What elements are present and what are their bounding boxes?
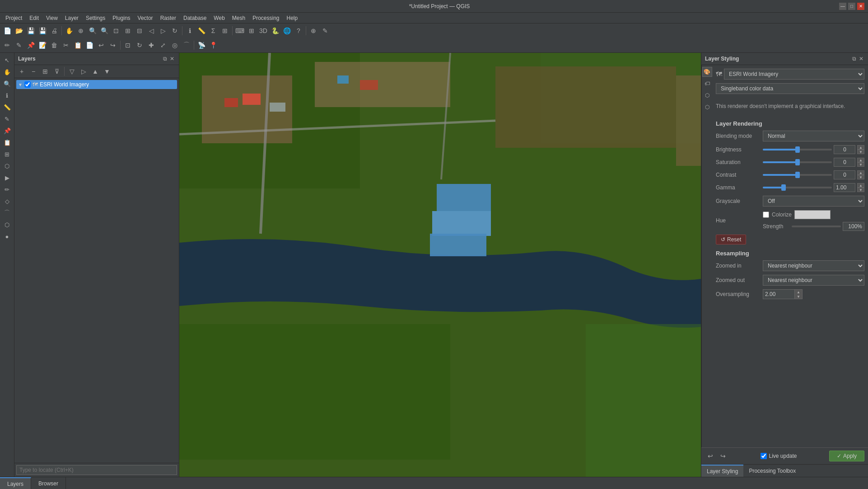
saturation-spin-down[interactable]: ▼ [857,162,864,167]
offset-btn[interactable]: ⤢ [158,40,168,51]
gps-btn[interactable]: 📡 [196,40,207,51]
layer-checkbox[interactable] [24,81,31,88]
cut-btn[interactable]: ✂ [61,40,71,51]
brightness-slider[interactable] [763,149,832,150]
save-as-button[interactable]: 💾 [37,25,48,36]
layer-styling-close-button[interactable]: ✕ [858,55,864,63]
left-tool-line[interactable]: ⌒ [2,207,13,218]
style-mask-icon[interactable]: ⬡ [702,90,712,100]
strength-slider[interactable] [792,226,841,227]
menu-layer[interactable]: Layer [61,14,82,22]
layers-close-button[interactable]: ✕ [169,55,175,63]
undo-btn[interactable]: ↩ [96,40,107,51]
menu-settings[interactable]: Settings [82,14,109,22]
left-tool-annotation[interactable]: ✎ [2,113,13,124]
expand-all-button[interactable]: ▽ [66,66,77,77]
saturation-slider[interactable] [763,161,832,163]
annotation-btn[interactable]: 📍 [208,40,219,51]
saturation-thumb[interactable] [795,159,800,165]
minimize-button[interactable]: — [839,3,846,10]
menu-project[interactable]: Project [2,14,26,22]
stats-button[interactable]: Σ [208,25,219,36]
layer-item[interactable]: ▼ 🗺 ESRI World Imagery [16,80,177,89]
saturation-input[interactable] [834,158,855,167]
collapse-all-button[interactable]: ▷ [78,66,89,77]
qgis-btn-extra2[interactable]: ✎ [320,25,331,36]
apply-button[interactable]: ✓ Apply [829,451,864,461]
menu-help[interactable]: Help [283,14,302,22]
filter-layer-button[interactable]: ⊽ [51,66,62,77]
contrast-slider[interactable] [763,174,832,176]
tab-browser[interactable]: Browser [31,477,66,489]
tab-processing-toolbox[interactable]: Processing Toolbox [743,465,801,477]
map-area[interactable] [179,53,701,477]
layer-selector-dropdown[interactable]: ESRI World Imagery [724,69,864,80]
oversampling-spin-down[interactable]: ▼ [795,294,802,299]
brightness-spin-up[interactable]: ▲ [857,145,864,150]
brightness-spin-down[interactable]: ▼ [857,150,864,154]
zoom-full-button[interactable]: ⊡ [111,25,121,36]
renderer-type-dropdown[interactable]: Singleband color data [716,83,864,94]
contrast-input[interactable] [834,170,855,179]
edit-btn[interactable]: ✎ [14,40,24,51]
left-tool-zoom[interactable]: 🔍 [2,78,13,89]
zoom-in-button[interactable]: 🔍 [87,25,98,36]
left-tool-3d[interactable]: ⬡ [2,160,13,171]
open-attr-button[interactable]: ⊞ [40,66,51,77]
style-label-icon[interactable]: 🏷 [702,79,712,89]
copy-feat-btn[interactable]: 📋 [72,40,83,51]
layer-expand-icon[interactable]: ▼ [18,82,23,87]
undo-style-button[interactable]: ↩ [705,451,716,461]
move-up-button[interactable]: ▲ [90,66,101,77]
digitize-btn[interactable]: ✏ [2,40,13,51]
move-down-button[interactable]: ▼ [102,66,112,77]
menu-mesh[interactable]: Mesh [229,14,249,22]
qgis-btn-extra1[interactable]: ⊕ [308,25,319,36]
zoomed-out-select[interactable]: Nearest neighbour Bilinear Cubic [763,275,864,286]
refresh-button[interactable]: ↻ [169,25,180,36]
style-3d-icon[interactable]: ⬡ [702,102,712,112]
new-project-button[interactable]: 📄 [2,25,13,36]
del-btn[interactable]: 🗑 [49,40,60,51]
locate-input[interactable] [16,465,177,475]
left-tool-digitize[interactable]: ✏ [2,184,13,195]
field-calc-button[interactable]: ⌨ [234,25,245,36]
live-update-checkbox[interactable] [761,453,767,459]
print-button[interactable]: 🖨 [49,25,60,36]
zoom-layer-button[interactable]: ⊟ [134,25,145,36]
left-tool-vertex[interactable]: ◇ [2,196,13,207]
grayscale-select[interactable]: Off By lightness By luminosity By averag… [763,196,864,207]
strength-input[interactable] [843,222,864,231]
contrast-thumb[interactable] [795,172,800,178]
open-project-button[interactable]: 📂 [14,25,24,36]
menu-web[interactable]: Web [210,14,228,22]
rotate-btn[interactable]: ↻ [134,40,145,51]
measure-button[interactable]: 📏 [196,25,207,36]
brightness-thumb[interactable] [795,146,800,153]
left-tool-form[interactable]: 📋 [2,137,13,148]
save-project-button[interactable]: 💾 [25,25,36,36]
layers-float-button[interactable]: ⧉ [162,55,168,63]
left-tool-point[interactable]: ● [2,231,13,242]
colorize-checkbox[interactable] [763,212,769,218]
menu-database[interactable]: Database [180,14,210,22]
oversampling-input[interactable] [763,289,794,299]
gamma-input[interactable] [834,183,855,192]
paste-feat-btn[interactable]: 📄 [84,40,95,51]
tab-layers[interactable]: Layers [0,477,31,489]
gamma-thumb[interactable] [781,184,786,191]
zoom-last-button[interactable]: ◁ [146,25,157,36]
left-tool-run[interactable]: ▶ [2,172,13,183]
zoomed-in-select[interactable]: Nearest neighbour Bilinear Cubic [763,260,864,271]
zoom-out-button[interactable]: 🔍 [99,25,110,36]
reshape-btn[interactable]: ⌒ [181,40,192,51]
layer-styling-float-button[interactable]: ⧉ [851,55,857,63]
left-tool-measure[interactable]: 📏 [2,102,13,113]
gamma-spin-down[interactable]: ▼ [857,188,864,192]
menu-processing[interactable]: Processing [249,14,283,22]
pan-button[interactable]: ✋ [64,25,75,36]
zoom-selection-button[interactable]: ⊞ [122,25,133,36]
remove-layer-button[interactable]: − [28,66,39,77]
oversampling-spin-up[interactable]: ▲ [795,290,802,294]
redo-style-button[interactable]: ↪ [718,451,728,461]
